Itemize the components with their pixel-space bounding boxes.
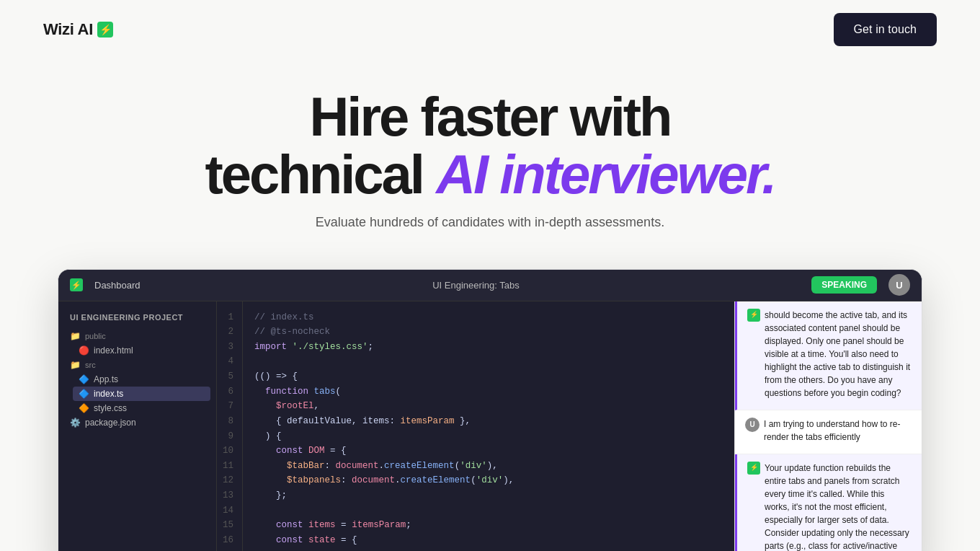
logo-bolt-icon: ⚡ bbox=[97, 22, 113, 38]
folder-icon: 📁 bbox=[70, 360, 81, 370]
header: Wizi AI ⚡ Get in touch bbox=[0, 0, 980, 59]
list-item: 🔶 style.css bbox=[73, 401, 210, 415]
chat-text: should become the active tab, and its as… bbox=[765, 309, 912, 400]
chat-message: ⚡ should become the active tab, and its … bbox=[735, 301, 922, 410]
chat-message: ⚡ Your update function rebuilds the enti… bbox=[735, 454, 922, 551]
hero-section: Hire faster with technical AI interviewe… bbox=[0, 59, 980, 252]
html-file-icon: 🔴 bbox=[79, 345, 89, 356]
css-file-icon: 🔶 bbox=[79, 403, 89, 413]
hero-title-ai-colored: AI interviewer. bbox=[436, 144, 775, 205]
ai-bolt-icon: ⚡ bbox=[747, 309, 760, 322]
hero-title-line1: Hire faster with bbox=[309, 86, 670, 147]
code-content: // index.ts // @ts-nocheck import './sty… bbox=[243, 301, 734, 551]
topbar-dashboard-label: Dashboard bbox=[94, 280, 141, 291]
hero-title: Hire faster with technical AI interviewe… bbox=[29, 88, 951, 203]
hero-title-line2-plain: technical bbox=[205, 144, 423, 205]
chat-text: Your update function rebuilds the entire… bbox=[765, 462, 912, 551]
logo: Wizi AI ⚡ bbox=[43, 20, 113, 39]
list-item: 📁 src bbox=[64, 358, 210, 372]
hero-subtitle: Evaluate hundreds of candidates with in-… bbox=[29, 215, 951, 230]
json-file-icon: ⚙️ bbox=[70, 418, 81, 428]
chat-text: I am trying to understand how to re-rend… bbox=[764, 418, 912, 444]
list-item: ⚙️ package.json bbox=[64, 415, 210, 430]
list-item: 🔷 App.ts bbox=[73, 372, 210, 387]
ts-file-icon: 🔷 bbox=[79, 374, 89, 384]
ts-file-icon: 🔷 bbox=[79, 389, 89, 399]
chat-panel: ⚡ should become the active tab, and its … bbox=[734, 301, 922, 551]
logo-text: Wizi AI bbox=[43, 20, 93, 39]
topbar-bolt-icon: ⚡ bbox=[70, 278, 83, 291]
line-numbers: 1234567891011121314151617181920212223 bbox=[217, 301, 243, 551]
file-tree-sidebar: UI engineering project 📁 public 🔴 index.… bbox=[58, 301, 217, 551]
demo-topbar: ⚡ Dashboard UI Engineering: Tabs SPEAKIN… bbox=[58, 270, 922, 301]
folder-icon: 📁 bbox=[70, 331, 81, 341]
chat-message: U I am trying to understand how to re-re… bbox=[735, 410, 922, 454]
topbar-center-label: UI Engineering: Tabs bbox=[152, 280, 801, 291]
sidebar-project-title: UI engineering project bbox=[64, 310, 210, 325]
speaking-badge: SPEAKING bbox=[811, 276, 877, 294]
demo-main: UI engineering project 📁 public 🔴 index.… bbox=[58, 301, 922, 551]
code-editor: 1234567891011121314151617181920212223 //… bbox=[217, 301, 734, 551]
demo-panel: ⚡ Dashboard UI Engineering: Tabs SPEAKIN… bbox=[58, 269, 922, 551]
ai-bolt-icon: ⚡ bbox=[747, 462, 760, 475]
avatar: U bbox=[888, 274, 910, 296]
get-in-touch-button[interactable]: Get in touch bbox=[834, 13, 937, 46]
user-avatar: U bbox=[745, 418, 760, 432]
list-item: 📁 public bbox=[64, 329, 210, 343]
list-item: 🔴 index.html bbox=[73, 343, 210, 358]
list-item: 🔷 index.ts bbox=[73, 387, 210, 401]
